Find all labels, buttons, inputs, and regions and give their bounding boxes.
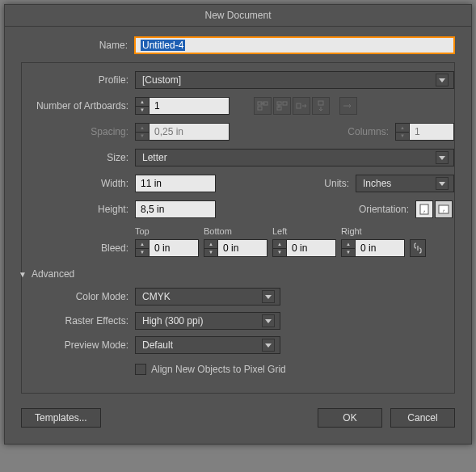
raster-effects-dropdown[interactable]: High (300 ppi)	[135, 312, 280, 330]
svg-rect-6	[297, 103, 301, 108]
artboards-label: Number of Artboards:	[22, 100, 135, 112]
bleed-bottom-label: Bottom	[204, 226, 267, 236]
raster-effects-value: High (300 ppi)	[142, 315, 203, 327]
spacing-input: 0,25 in	[149, 123, 230, 141]
bleed-left-stepper[interactable]: ▲▼	[272, 239, 287, 257]
bleed-left-input[interactable]: 0 in	[286, 239, 336, 257]
preview-mode-dropdown[interactable]: Default	[135, 336, 280, 354]
color-mode-label: Color Mode:	[22, 291, 135, 302]
bleed-right-stepper[interactable]: ▲▼	[341, 239, 356, 257]
chevron-down-icon	[436, 151, 449, 164]
preview-mode-value: Default	[142, 339, 173, 351]
arrange-column-icon[interactable]	[312, 97, 330, 115]
columns-stepper: ▲▼	[395, 123, 410, 141]
bleed-top-input[interactable]: 0 in	[149, 239, 199, 257]
arrange-row-icon[interactable]	[293, 97, 310, 115]
align-pixel-grid-checkbox[interactable]	[135, 364, 146, 375]
templates-button[interactable]: Templates...	[21, 408, 101, 428]
chevron-down-icon	[262, 339, 275, 352]
units-dropdown[interactable]: Inches	[356, 175, 454, 192]
bleed-left-label: Left	[272, 226, 336, 236]
svg-rect-2	[258, 107, 262, 110]
columns-label: Columns:	[348, 126, 395, 137]
columns-input: 1	[409, 123, 454, 141]
color-mode-dropdown[interactable]: CMYK	[135, 288, 280, 306]
disclosure-triangle-icon: ▼	[19, 270, 27, 279]
size-dropdown[interactable]: Letter	[135, 149, 454, 166]
profile-label: Profile:	[22, 74, 135, 86]
advanced-toggle[interactable]: ▼ Advanced	[19, 268, 454, 280]
spacing-label: Spacing:	[22, 126, 135, 137]
cancel-button[interactable]: Cancel	[390, 408, 455, 428]
grid-by-column-icon[interactable]	[273, 97, 291, 115]
advanced-label: Advanced	[32, 268, 74, 280]
width-input[interactable]: 11 in	[135, 175, 216, 192]
width-label: Width:	[22, 178, 135, 189]
height-label: Height:	[22, 204, 135, 215]
link-bleed-icon[interactable]	[410, 239, 426, 257]
bleed-label: Bleed:	[22, 242, 135, 254]
name-input[interactable]: Untitled-4	[134, 36, 455, 54]
bleed-bottom-stepper[interactable]: ▲▼	[204, 239, 218, 257]
dialog-title: New Document	[5, 5, 471, 27]
bleed-bottom-input[interactable]: 0 in	[217, 239, 267, 257]
orientation-portrait-button[interactable]	[415, 200, 433, 218]
chevron-down-icon	[262, 290, 275, 303]
bleed-right-label: Right	[341, 226, 405, 236]
main-fieldset: Profile: [Custom] Number of Artboards: ▲…	[21, 62, 455, 394]
preview-mode-label: Preview Mode:	[22, 339, 135, 351]
bleed-top-label: Top	[135, 226, 199, 236]
align-pixel-grid-label: Align New Objects to Pixel Grid	[151, 364, 286, 375]
orientation-landscape-button[interactable]	[435, 200, 453, 218]
bleed-right-input[interactable]: 0 in	[355, 239, 405, 257]
arrange-rtl-icon[interactable]	[339, 97, 357, 115]
chevron-down-icon	[436, 74, 449, 86]
grid-by-row-icon[interactable]	[254, 97, 272, 115]
profile-value: [Custom]	[142, 74, 181, 86]
name-label: Name:	[21, 40, 134, 51]
height-input[interactable]: 8,5 in	[135, 200, 216, 218]
artboards-input[interactable]: 1	[149, 97, 230, 115]
raster-effects-label: Raster Effects:	[22, 315, 135, 327]
units-label: Units:	[324, 178, 356, 189]
new-document-dialog: New Document Name: Untitled-4 Profile: […	[4, 4, 472, 445]
chevron-down-icon	[262, 314, 275, 327]
units-value: Inches	[363, 178, 391, 189]
orientation-label: Orientation:	[359, 204, 415, 215]
chevron-down-icon	[436, 177, 449, 190]
artboards-stepper[interactable]: ▲▼	[135, 97, 150, 115]
svg-rect-4	[283, 102, 287, 105]
size-label: Size:	[22, 152, 135, 163]
svg-rect-8	[420, 204, 428, 214]
svg-rect-7	[318, 101, 323, 105]
size-value: Letter	[142, 152, 167, 163]
ok-button[interactable]: OK	[318, 408, 382, 428]
profile-dropdown[interactable]: [Custom]	[135, 71, 454, 89]
color-mode-value: CMYK	[142, 291, 171, 302]
bleed-top-stepper[interactable]: ▲▼	[135, 239, 150, 257]
spacing-stepper: ▲▼	[135, 123, 150, 141]
